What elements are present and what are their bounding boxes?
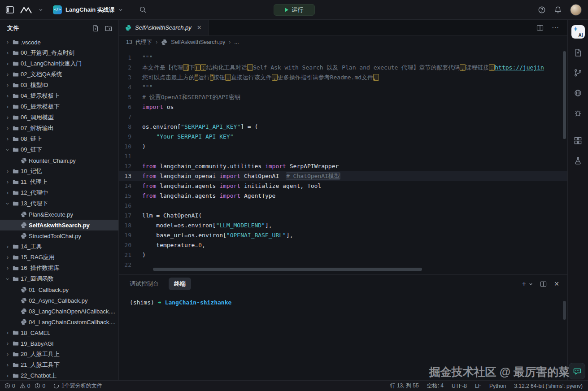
breadcrumb-more[interactable]: ...	[234, 39, 239, 45]
tree-folder-item[interactable]: ›17_回调函数	[0, 274, 118, 284]
tree-file-item[interactable]: ›04_LangChainCustomCallback....	[0, 317, 118, 327]
breadcrumb-folder[interactable]: 13_代理下	[126, 39, 152, 46]
tree-folder-item[interactable]: ›14_工具	[0, 241, 118, 252]
tree-folder-item[interactable]: ›21_人脉工具下	[0, 360, 118, 370]
user-avatar[interactable]	[570, 4, 582, 16]
workspace-switcher[interactable]: </> LangChain 实战课	[53, 5, 123, 14]
new-file-icon[interactable]	[92, 25, 99, 32]
code-line[interactable]: 15from langchain.agents import AgentType	[119, 191, 567, 201]
breadcrumb-file[interactable]: SelfAskwithSearch.py	[171, 39, 225, 45]
logo-chevron-icon[interactable]	[39, 8, 43, 12]
rail-source-control-icon[interactable]	[574, 69, 582, 79]
sidebar-toggle-icon[interactable]	[5, 5, 14, 14]
tree-folder-item[interactable]: ›08_链上	[0, 134, 118, 144]
tree-folder-item[interactable]: ›16_操作数据库	[0, 263, 118, 274]
tree-folder-item[interactable]: ›06_调用模型	[0, 112, 118, 123]
analysis-status[interactable]: 1个要分析的文件	[53, 382, 102, 390]
tree-folder-item[interactable]: ›20_人脉工具上	[0, 349, 118, 360]
indentation[interactable]: 空格: 4	[427, 382, 444, 390]
rail-ai-assistant-icon[interactable]: AI	[571, 25, 585, 39]
rail-tests-icon[interactable]	[574, 156, 582, 167]
code-line[interactable]: 12from langchain_community.utilities imp…	[119, 161, 567, 171]
app-logo-icon[interactable]	[20, 6, 33, 14]
code-line[interactable]: 10)	[119, 142, 567, 152]
warning-count[interactable]: 0	[20, 383, 30, 389]
tree-file-item[interactable]: ›StructedToolChat.py	[0, 230, 118, 241]
tree-file-item[interactable]: ›SelfAskwithSearch.py	[0, 220, 118, 230]
close-panel-icon[interactable]: ✕	[554, 280, 559, 287]
code-line[interactable]: 8os.environ["SERPAPI_API_KEY"] = (	[119, 122, 567, 132]
tree-folder-item[interactable]: ›02_文档QA系统	[0, 69, 118, 80]
code-line[interactable]: 4"""	[119, 83, 567, 92]
code-line[interactable]: 18 model=os.environ["LLM_MODELEND"],	[119, 221, 567, 230]
cursor-position[interactable]: 行 13, 列 55	[390, 382, 419, 390]
tree-folder-item[interactable]: ›03_模型IO	[0, 80, 118, 91]
problems-summary[interactable]: 0001个要分析的文件	[0, 382, 102, 390]
tree-folder-item[interactable]: ›00_开篇词_奇点时刻	[0, 48, 118, 58]
rail-web-preview-icon[interactable]	[574, 89, 582, 99]
tab-terminal[interactable]: 终端	[169, 278, 191, 290]
code-line[interactable]: 7	[119, 112, 567, 122]
tree-file-item[interactable]: ›Rounter_Chain.py	[0, 155, 118, 166]
tree-folder-item[interactable]: ›10_记忆	[0, 166, 118, 177]
tree-folder-item[interactable]: ›13_代理下	[0, 198, 118, 209]
code-line[interactable]: 16	[119, 201, 567, 211]
tree-folder-item[interactable]: ›11_代理上	[0, 177, 118, 187]
tab-selfaskwithsearch[interactable]: SelfAskwithSearch.py ✕	[119, 20, 209, 35]
code-line[interactable]: 14from langchain.agents import initializ…	[119, 181, 567, 191]
notifications-bell-icon[interactable]	[554, 6, 562, 14]
terminal-scrollbar[interactable]	[563, 301, 566, 320]
editor-vertical-scrollbar[interactable]	[563, 51, 566, 139]
code-line[interactable]: 21)	[119, 250, 567, 260]
new-folder-icon[interactable]	[105, 25, 112, 32]
tree-folder-item[interactable]: ›05_提示模板下	[0, 101, 118, 112]
split-editor-icon[interactable]	[536, 24, 544, 31]
error-count[interactable]: 0	[4, 383, 15, 389]
search-icon[interactable]	[139, 6, 147, 13]
tree-folder-item[interactable]: ›07_解析输出	[0, 123, 118, 134]
code-editor[interactable]: 1"""2本文件是【代理（下）：结构化工具对话、Self-Ask with Se…	[119, 48, 567, 274]
help-icon[interactable]	[538, 6, 546, 14]
code-line[interactable]: 2本文件是【代理（下）：结构化工具对话、Self-Ask with Search…	[119, 63, 567, 73]
tree-folder-item[interactable]: ›19_BabyAGI	[0, 338, 118, 349]
code-line[interactable]: 19 base_url=os.environ["OPENAI_BASE_URL"…	[119, 230, 567, 240]
rail-debug-icon[interactable]	[574, 109, 582, 119]
eol-type[interactable]: LF	[475, 383, 481, 389]
encoding[interactable]: UTF-8	[452, 383, 467, 389]
code-line[interactable]: 17llm = ChatOpenAI(	[119, 211, 567, 221]
editor-horizontal-scrollbar[interactable]	[153, 268, 422, 271]
info-count[interactable]: 0	[35, 383, 45, 389]
run-button[interactable]: 运行	[274, 4, 315, 16]
code-line[interactable]: 3您可以点击最上方的“运行”按钮，直接运行该文件，更多操作指引请参考Readme…	[119, 73, 567, 83]
tab-debug-console[interactable]: 调试控制台	[130, 278, 159, 290]
tree-folder-item[interactable]: ›09_链下	[0, 144, 118, 155]
language-mode[interactable]: Python	[489, 383, 506, 389]
code-line[interactable]: 1"""	[119, 53, 567, 63]
split-terminal-icon[interactable]	[540, 281, 547, 287]
tree-folder-item[interactable]: ›22_Chatbot上	[0, 370, 118, 380]
breadcrumb[interactable]: 13_代理下 › SelfAskwithSearch.py › ...	[119, 36, 567, 48]
code-line[interactable]: 6import os	[119, 102, 567, 112]
python-interpreter[interactable]: 3.12.2 64-bit ('shims': pyenv)	[514, 383, 583, 389]
tree-folder-item[interactable]: ›12_代理中	[0, 187, 118, 198]
tab-close-icon[interactable]: ✕	[197, 24, 202, 31]
tree-folder-item[interactable]: ›18_CAMEL	[0, 327, 118, 338]
code-line[interactable]: 13from langchain_openai import ChatOpenA…	[119, 171, 567, 181]
tree-file-item[interactable]: ›01_Callback.py	[0, 284, 118, 295]
more-actions-icon[interactable]: ⋯	[552, 23, 559, 32]
rail-extensions-icon[interactable]	[574, 136, 582, 147]
tree-folder-item[interactable]: ›04_提示模板上	[0, 91, 118, 101]
code-line[interactable]: 9 "Your SERPAPI API KEY"	[119, 132, 567, 142]
tree-file-item[interactable]: ›Plan&Execute.py	[0, 209, 118, 220]
tree-folder-item[interactable]: ›.vscode	[0, 37, 118, 48]
new-terminal-button[interactable]: ＋	[520, 279, 533, 289]
code-line[interactable]: 11	[119, 152, 567, 161]
terminal-output[interactable]: (shims)➜LangChain-shizhanke	[119, 293, 567, 306]
code-line[interactable]: 20 temperature=0,	[119, 240, 567, 250]
tree-file-item[interactable]: ›02_Async_Callback.py	[0, 295, 118, 306]
tree-folder-item[interactable]: ›01_LangChain快速入门	[0, 58, 118, 69]
tree-folder-item[interactable]: ›15_RAG应用	[0, 252, 118, 263]
tree-file-item[interactable]: ›03_LangChainOpenAICallback....	[0, 306, 118, 317]
ai-chat-floating-button[interactable]	[569, 363, 585, 379]
code-line[interactable]: 5# 设置OpenAI和SERPAPI的API密钥	[119, 92, 567, 102]
